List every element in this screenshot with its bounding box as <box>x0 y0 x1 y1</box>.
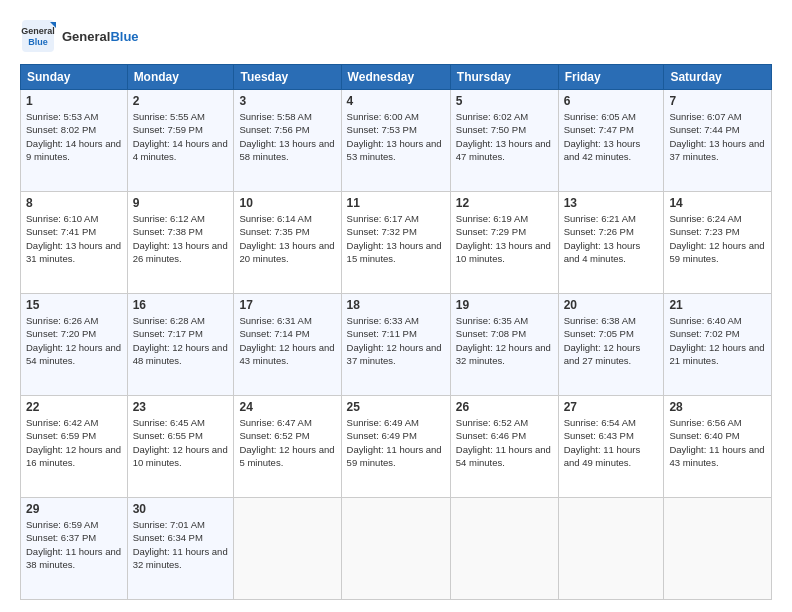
dow-header-wednesday: Wednesday <box>341 65 450 90</box>
day-number: 20 <box>564 298 659 312</box>
calendar-cell: 4 Sunrise: 6:00 AMSunset: 7:53 PMDayligh… <box>341 90 450 192</box>
calendar-cell: 14 Sunrise: 6:24 AMSunset: 7:23 PMDaylig… <box>664 192 772 294</box>
calendar-cell: 23 Sunrise: 6:45 AMSunset: 6:55 PMDaylig… <box>127 396 234 498</box>
calendar-cell: 15 Sunrise: 6:26 AMSunset: 7:20 PMDaylig… <box>21 294 128 396</box>
day-number: 18 <box>347 298 445 312</box>
logo-svg: General Blue <box>20 18 56 54</box>
day-number: 12 <box>456 196 553 210</box>
day-info: Sunrise: 5:55 AMSunset: 7:59 PMDaylight:… <box>133 110 229 163</box>
day-number: 27 <box>564 400 659 414</box>
day-number: 10 <box>239 196 335 210</box>
day-info: Sunrise: 6:49 AMSunset: 6:49 PMDaylight:… <box>347 416 445 469</box>
calendar-cell: 13 Sunrise: 6:21 AMSunset: 7:26 PMDaylig… <box>558 192 664 294</box>
day-info: Sunrise: 6:47 AMSunset: 6:52 PMDaylight:… <box>239 416 335 469</box>
calendar-cell: 2 Sunrise: 5:55 AMSunset: 7:59 PMDayligh… <box>127 90 234 192</box>
day-number: 30 <box>133 502 229 516</box>
day-number: 16 <box>133 298 229 312</box>
day-number: 9 <box>133 196 229 210</box>
calendar-cell: 7 Sunrise: 6:07 AMSunset: 7:44 PMDayligh… <box>664 90 772 192</box>
calendar-cell: 21 Sunrise: 6:40 AMSunset: 7:02 PMDaylig… <box>664 294 772 396</box>
day-number: 24 <box>239 400 335 414</box>
dow-header-sunday: Sunday <box>21 65 128 90</box>
dow-header-tuesday: Tuesday <box>234 65 341 90</box>
calendar-cell: 1 Sunrise: 5:53 AMSunset: 8:02 PMDayligh… <box>21 90 128 192</box>
calendar-cell: 12 Sunrise: 6:19 AMSunset: 7:29 PMDaylig… <box>450 192 558 294</box>
day-info: Sunrise: 5:58 AMSunset: 7:56 PMDaylight:… <box>239 110 335 163</box>
svg-text:General: General <box>21 26 55 36</box>
calendar-table: SundayMondayTuesdayWednesdayThursdayFrid… <box>20 64 772 600</box>
day-info: Sunrise: 6:59 AMSunset: 6:37 PMDaylight:… <box>26 518 122 571</box>
calendar-cell <box>664 498 772 600</box>
day-number: 5 <box>456 94 553 108</box>
calendar-cell: 28 Sunrise: 6:56 AMSunset: 6:40 PMDaylig… <box>664 396 772 498</box>
calendar-cell: 5 Sunrise: 6:02 AMSunset: 7:50 PMDayligh… <box>450 90 558 192</box>
day-number: 14 <box>669 196 766 210</box>
calendar-cell: 10 Sunrise: 6:14 AMSunset: 7:35 PMDaylig… <box>234 192 341 294</box>
day-number: 4 <box>347 94 445 108</box>
day-number: 1 <box>26 94 122 108</box>
day-info: Sunrise: 7:01 AMSunset: 6:34 PMDaylight:… <box>133 518 229 571</box>
day-number: 6 <box>564 94 659 108</box>
day-info: Sunrise: 6:19 AMSunset: 7:29 PMDaylight:… <box>456 212 553 265</box>
day-number: 23 <box>133 400 229 414</box>
day-info: Sunrise: 6:31 AMSunset: 7:14 PMDaylight:… <box>239 314 335 367</box>
day-info: Sunrise: 6:54 AMSunset: 6:43 PMDaylight:… <box>564 416 659 469</box>
calendar-cell: 17 Sunrise: 6:31 AMSunset: 7:14 PMDaylig… <box>234 294 341 396</box>
calendar-cell: 19 Sunrise: 6:35 AMSunset: 7:08 PMDaylig… <box>450 294 558 396</box>
day-number: 29 <box>26 502 122 516</box>
calendar-cell: 26 Sunrise: 6:52 AMSunset: 6:46 PMDaylig… <box>450 396 558 498</box>
day-number: 2 <box>133 94 229 108</box>
calendar-cell: 18 Sunrise: 6:33 AMSunset: 7:11 PMDaylig… <box>341 294 450 396</box>
logo: General Blue GeneralBlue <box>20 18 139 54</box>
dow-header-saturday: Saturday <box>664 65 772 90</box>
dow-header-thursday: Thursday <box>450 65 558 90</box>
calendar-cell: 25 Sunrise: 6:49 AMSunset: 6:49 PMDaylig… <box>341 396 450 498</box>
calendar-cell <box>450 498 558 600</box>
day-info: Sunrise: 6:56 AMSunset: 6:40 PMDaylight:… <box>669 416 766 469</box>
day-info: Sunrise: 6:00 AMSunset: 7:53 PMDaylight:… <box>347 110 445 163</box>
calendar-cell: 3 Sunrise: 5:58 AMSunset: 7:56 PMDayligh… <box>234 90 341 192</box>
day-info: Sunrise: 6:28 AMSunset: 7:17 PMDaylight:… <box>133 314 229 367</box>
day-number: 17 <box>239 298 335 312</box>
day-info: Sunrise: 6:40 AMSunset: 7:02 PMDaylight:… <box>669 314 766 367</box>
calendar-cell: 16 Sunrise: 6:28 AMSunset: 7:17 PMDaylig… <box>127 294 234 396</box>
calendar-cell: 30 Sunrise: 7:01 AMSunset: 6:34 PMDaylig… <box>127 498 234 600</box>
day-info: Sunrise: 6:26 AMSunset: 7:20 PMDaylight:… <box>26 314 122 367</box>
day-info: Sunrise: 6:35 AMSunset: 7:08 PMDaylight:… <box>456 314 553 367</box>
page-header: General Blue GeneralBlue <box>20 18 772 54</box>
day-info: Sunrise: 6:12 AMSunset: 7:38 PMDaylight:… <box>133 212 229 265</box>
day-number: 8 <box>26 196 122 210</box>
day-number: 11 <box>347 196 445 210</box>
day-number: 28 <box>669 400 766 414</box>
day-number: 13 <box>564 196 659 210</box>
day-info: Sunrise: 6:05 AMSunset: 7:47 PMDaylight:… <box>564 110 659 163</box>
calendar-cell: 24 Sunrise: 6:47 AMSunset: 6:52 PMDaylig… <box>234 396 341 498</box>
day-info: Sunrise: 6:07 AMSunset: 7:44 PMDaylight:… <box>669 110 766 163</box>
day-number: 22 <box>26 400 122 414</box>
calendar-cell: 9 Sunrise: 6:12 AMSunset: 7:38 PMDayligh… <box>127 192 234 294</box>
day-number: 19 <box>456 298 553 312</box>
day-info: Sunrise: 6:52 AMSunset: 6:46 PMDaylight:… <box>456 416 553 469</box>
dow-header-monday: Monday <box>127 65 234 90</box>
day-info: Sunrise: 6:42 AMSunset: 6:59 PMDaylight:… <box>26 416 122 469</box>
svg-rect-0 <box>22 20 54 52</box>
day-number: 15 <box>26 298 122 312</box>
logo-label: GeneralBlue <box>62 29 139 44</box>
day-info: Sunrise: 6:45 AMSunset: 6:55 PMDaylight:… <box>133 416 229 469</box>
svg-text:Blue: Blue <box>28 37 48 47</box>
day-number: 3 <box>239 94 335 108</box>
calendar-cell: 8 Sunrise: 6:10 AMSunset: 7:41 PMDayligh… <box>21 192 128 294</box>
day-info: Sunrise: 6:10 AMSunset: 7:41 PMDaylight:… <box>26 212 122 265</box>
calendar-cell <box>558 498 664 600</box>
calendar-cell: 20 Sunrise: 6:38 AMSunset: 7:05 PMDaylig… <box>558 294 664 396</box>
calendar-cell <box>234 498 341 600</box>
day-info: Sunrise: 5:53 AMSunset: 8:02 PMDaylight:… <box>26 110 122 163</box>
day-info: Sunrise: 6:21 AMSunset: 7:26 PMDaylight:… <box>564 212 659 265</box>
day-info: Sunrise: 6:02 AMSunset: 7:50 PMDaylight:… <box>456 110 553 163</box>
calendar-cell: 29 Sunrise: 6:59 AMSunset: 6:37 PMDaylig… <box>21 498 128 600</box>
calendar-cell: 27 Sunrise: 6:54 AMSunset: 6:43 PMDaylig… <box>558 396 664 498</box>
day-number: 21 <box>669 298 766 312</box>
calendar-cell: 22 Sunrise: 6:42 AMSunset: 6:59 PMDaylig… <box>21 396 128 498</box>
day-info: Sunrise: 6:24 AMSunset: 7:23 PMDaylight:… <box>669 212 766 265</box>
day-number: 26 <box>456 400 553 414</box>
